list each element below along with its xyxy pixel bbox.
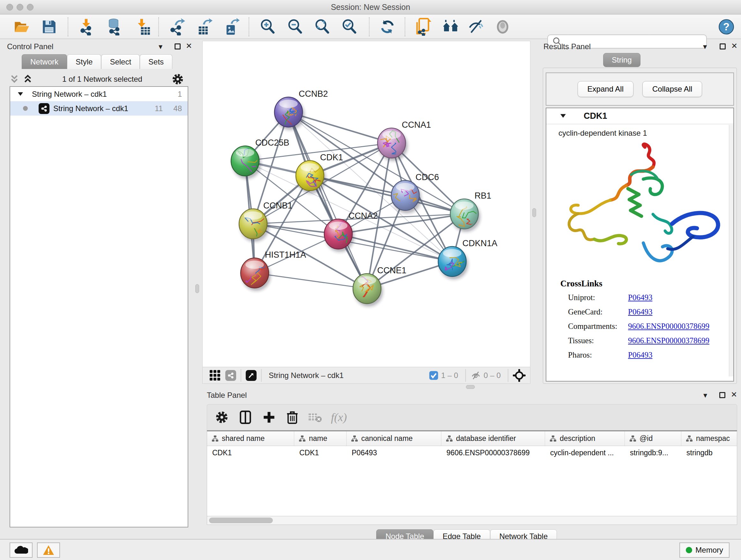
panel-float-icon[interactable] bbox=[720, 44, 726, 50]
column-header-6[interactable]: namespac bbox=[681, 431, 741, 446]
column-header-5[interactable]: @id bbox=[625, 431, 681, 446]
crosslink-pharos-link[interactable]: P06493 bbox=[628, 351, 652, 360]
splitter-handle-right[interactable] bbox=[532, 208, 536, 217]
gene-symbol: CDK1 bbox=[584, 111, 607, 121]
splitter-handle-bottom[interactable] bbox=[466, 385, 475, 389]
table-options-gear-icon[interactable] bbox=[215, 411, 228, 424]
column-header-3[interactable]: database identifier bbox=[441, 431, 545, 446]
table-toolbar: f(x) bbox=[207, 404, 737, 430]
network-options-gear-icon[interactable] bbox=[172, 73, 184, 85]
export-image-button[interactable] bbox=[222, 18, 240, 36]
crosslink-genecard-link[interactable]: P06493 bbox=[628, 307, 652, 316]
panel-float-icon[interactable] bbox=[719, 392, 725, 398]
panel-close-icon[interactable]: ✕ bbox=[186, 42, 192, 50]
selected-checkbox-icon[interactable] bbox=[429, 371, 439, 380]
node-label-CDC25B: CDC25B bbox=[255, 138, 289, 147]
panel-float-icon[interactable] bbox=[175, 44, 181, 50]
show-hidden-button[interactable] bbox=[494, 18, 512, 36]
clone-network-button[interactable] bbox=[414, 18, 432, 36]
tab-sets[interactable]: Sets bbox=[140, 54, 172, 69]
crosslink-label: Tissues: bbox=[568, 336, 628, 345]
hide-selected-button[interactable] bbox=[467, 18, 485, 36]
help-button[interactable]: ? bbox=[718, 18, 735, 36]
create-column-plus-icon[interactable] bbox=[263, 411, 275, 424]
show-columns-icon[interactable] bbox=[239, 410, 252, 424]
node-RB1[interactable]: RB1 bbox=[450, 191, 491, 238]
network-status-dot-icon bbox=[23, 106, 28, 111]
panel-close-icon[interactable]: ✕ bbox=[731, 391, 737, 398]
node-CDKN1A[interactable]: CDKN1A bbox=[438, 239, 497, 279]
column-header-1[interactable]: name bbox=[294, 431, 347, 446]
node-HIST1H1A[interactable]: HIST1H1A bbox=[238, 250, 306, 291]
import-network-icon bbox=[78, 18, 94, 36]
warning-status-button[interactable] bbox=[37, 543, 60, 558]
import-network-from-database-button[interactable] bbox=[105, 18, 123, 36]
string-view-icon[interactable] bbox=[225, 370, 236, 381]
delete-column-trash-icon[interactable] bbox=[286, 410, 298, 424]
gene-collapse-triangle-icon[interactable] bbox=[560, 114, 566, 118]
import-table-button[interactable] bbox=[133, 18, 151, 36]
collapse-all-button[interactable]: Collapse All bbox=[643, 81, 702, 97]
collection-label: String Network – cdk1 bbox=[32, 90, 107, 99]
hidden-eye-slash-icon[interactable] bbox=[470, 370, 481, 381]
export-network-button[interactable] bbox=[168, 18, 186, 36]
zoom-fit-button[interactable] bbox=[313, 18, 331, 36]
show-all-button[interactable] bbox=[442, 18, 460, 36]
node-CCNA1[interactable]: CCNA1 bbox=[378, 120, 431, 161]
import-table-icon bbox=[134, 18, 151, 36]
export-table-button[interactable] bbox=[195, 18, 213, 36]
table-row[interactable]: CDK1CDK1P064939606.ENSP00000378699cyclin… bbox=[207, 446, 737, 459]
table-cell: CDK1 bbox=[294, 446, 347, 459]
column-header-4[interactable]: description bbox=[545, 431, 625, 446]
splitter-handle-left[interactable] bbox=[195, 284, 199, 293]
zoom-out-button[interactable] bbox=[286, 18, 304, 36]
expand-all-networks-icon[interactable] bbox=[23, 74, 32, 84]
column-header-0[interactable]: shared name bbox=[207, 431, 294, 446]
memory-button[interactable]: Memory bbox=[679, 543, 730, 558]
open-session-button[interactable] bbox=[13, 18, 30, 36]
zoom-selected-icon bbox=[341, 18, 358, 36]
node-label-HIST1H1A: HIST1H1A bbox=[265, 250, 306, 260]
panel-collapse-icon[interactable]: ▾ bbox=[703, 391, 707, 399]
panel-close-icon[interactable]: ✕ bbox=[731, 42, 738, 50]
toolbar-separator bbox=[369, 17, 369, 37]
column-header-2[interactable]: canonical name bbox=[347, 431, 441, 446]
save-session-button[interactable] bbox=[40, 18, 58, 36]
panel-collapse-icon[interactable]: ▾ bbox=[703, 43, 707, 51]
panel-collapse-icon[interactable]: ▾ bbox=[158, 43, 162, 51]
network-label: String Network – cdk1 bbox=[53, 104, 128, 113]
tab-string[interactable]: String bbox=[603, 53, 641, 67]
crosslink-label: GeneCard: bbox=[568, 307, 628, 316]
hidden-nodes-edges-counter: 0 – 0 bbox=[484, 371, 501, 380]
import-network-button[interactable] bbox=[77, 18, 95, 36]
crosslinks-block: CrossLinks Uniprot:P06493 GeneCard:P0649… bbox=[560, 279, 728, 360]
grid-view-icon[interactable] bbox=[210, 370, 220, 381]
collection-expand-triangle-icon[interactable] bbox=[18, 92, 23, 96]
results-scrollbar[interactable] bbox=[729, 125, 733, 376]
expand-all-button[interactable]: Expand All bbox=[578, 81, 633, 97]
table-cell: stringdb:9... bbox=[625, 446, 681, 459]
crosslink-tissues-link[interactable]: 9606.ENSP00000378699 bbox=[628, 336, 710, 345]
tab-select[interactable]: Select bbox=[101, 54, 140, 69]
network-canvas[interactable]: CCNB2CCNA1CDC25BCDK1CDC6RB1CCNB1CCNA2CDK… bbox=[203, 41, 530, 367]
fit-content-crosshair-icon[interactable] bbox=[513, 369, 526, 382]
node-CCNE1[interactable]: CCNE1 bbox=[353, 266, 407, 307]
crosslink-uniprot-link[interactable]: P06493 bbox=[628, 293, 652, 302]
tab-style[interactable]: Style bbox=[67, 54, 101, 69]
memory-ok-dot-icon bbox=[686, 547, 692, 553]
collapse-all-networks-icon[interactable] bbox=[10, 74, 19, 84]
zoom-selected-button[interactable] bbox=[340, 18, 358, 36]
crosslink-compartments-link[interactable]: 9606.ENSP00000378699 bbox=[628, 322, 710, 331]
network-collection-row[interactable]: String Network – cdk1 1 bbox=[10, 87, 188, 101]
node-CDK1[interactable]: CDK1 bbox=[296, 152, 343, 193]
zoom-in-button[interactable] bbox=[259, 18, 277, 36]
node-CCNB2[interactable]: CCNB2 bbox=[274, 89, 328, 130]
birdseye-view-icon[interactable] bbox=[246, 370, 257, 381]
network-row[interactable]: String Network – cdk1 11 48 bbox=[10, 101, 188, 116]
tab-network[interactable]: Network bbox=[22, 54, 67, 69]
refresh-icon bbox=[380, 19, 395, 35]
table-hscrollbar-thumb[interactable] bbox=[209, 517, 273, 523]
cloud-status-button[interactable] bbox=[10, 543, 32, 558]
refresh-view-button[interactable] bbox=[379, 18, 396, 36]
toolbar-separator bbox=[508, 369, 509, 382]
